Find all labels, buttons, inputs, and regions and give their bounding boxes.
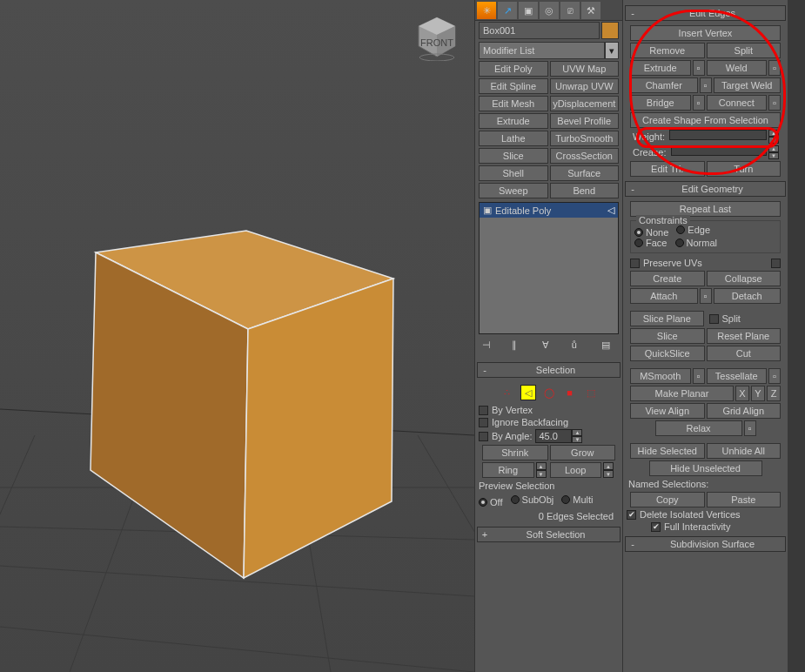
utilities-tab-icon[interactable]: ⚒ (581, 2, 600, 19)
loop-button[interactable]: Loop (550, 462, 602, 478)
mod-displacement[interactable]: yDisplacement (550, 96, 620, 111)
make-unique-icon[interactable]: ∀ (542, 339, 556, 353)
extrude-settings-icon[interactable]: ▫ (693, 60, 705, 76)
bridge-button[interactable]: Bridge (630, 95, 691, 111)
border-subobj-icon[interactable]: ◯ (541, 385, 557, 400)
planar-y-button[interactable]: Y (751, 386, 765, 401)
preserve-uvs-checkbox[interactable]: Preserve UVs (627, 256, 784, 270)
motion-tab-icon[interactable]: ◎ (540, 2, 559, 19)
edit-tri-button[interactable]: Edit Tri. (630, 161, 705, 177)
mod-unwrap-uvw[interactable]: Unwrap UVW (550, 78, 620, 94)
weight-slider[interactable] (669, 130, 767, 140)
constraint-none-radio[interactable]: None (634, 227, 668, 238)
attach-button[interactable]: Attach (630, 288, 698, 304)
turn-button[interactable]: Turn (707, 161, 782, 177)
split-checkbox[interactable]: Split (706, 311, 782, 326)
connect-settings-icon[interactable]: ▫ (768, 95, 781, 111)
hide-selected-button[interactable]: Hide Selected (630, 443, 705, 459)
split-button[interactable]: Split (707, 43, 782, 58)
preview-subobj-radio[interactable]: SubObj (511, 494, 554, 505)
constraint-edge-radio[interactable]: Edge (676, 225, 710, 235)
angle-spinner[interactable]: 45.0▲▼ (535, 429, 582, 443)
mod-crosssection[interactable]: CrossSection (550, 148, 620, 164)
mod-lathe[interactable]: Lathe (479, 131, 548, 146)
crease-spinner[interactable]: ▲▼ (768, 145, 781, 159)
configure-sets-icon[interactable]: ▤ (601, 339, 615, 353)
viewport[interactable]: FRONT (0, 0, 474, 672)
collapse-button[interactable]: Collapse (707, 271, 782, 286)
mod-turbosmooth[interactable]: TurboSmooth (550, 131, 620, 146)
delete-isolated-checkbox[interactable]: Delete Isolated Vertices (627, 508, 784, 521)
mod-edit-mesh[interactable]: Edit Mesh (479, 96, 548, 111)
relax-settings-icon[interactable]: ▫ (744, 420, 756, 436)
display-tab-icon[interactable]: ⎚ (560, 2, 580, 19)
insert-vertex-button[interactable]: Insert Vertex (630, 25, 781, 41)
mod-edit-spline[interactable]: Edit Spline (479, 78, 548, 94)
dropdown-arrow-icon[interactable]: ▾ (605, 42, 619, 59)
planar-z-button[interactable]: Z (767, 386, 781, 401)
full-interactivity-checkbox[interactable]: Full Interactivity (627, 521, 784, 533)
mod-edit-poly[interactable]: Edit Poly (479, 61, 548, 77)
object-name-field[interactable]: Box001 (479, 22, 600, 39)
loop-spinner[interactable]: ▲▼ (603, 462, 615, 478)
attach-list-icon[interactable]: ▫ (700, 288, 712, 304)
hide-unselected-button[interactable]: Hide Unselected (649, 460, 762, 476)
edge-subobj-icon[interactable]: ◁ (520, 385, 536, 400)
target-weld-button[interactable]: Target Weld (714, 77, 782, 93)
grid-align-button[interactable]: Grid Align (707, 403, 782, 419)
weight-spinner[interactable]: ▲▼ (768, 130, 781, 144)
show-end-result-icon[interactable]: ∥ (512, 339, 526, 353)
object-color-swatch[interactable] (601, 22, 619, 39)
mod-bend[interactable]: Bend (550, 183, 620, 198)
hierarchy-tab-icon[interactable]: ▣ (519, 2, 538, 19)
detach-button[interactable]: Detach (714, 288, 782, 304)
crease-slider[interactable] (671, 145, 767, 156)
weld-settings-icon[interactable]: ▫ (768, 60, 781, 76)
element-subobj-icon[interactable]: ⬚ (583, 385, 599, 400)
weld-button[interactable]: Weld (707, 60, 768, 76)
extrude-button[interactable]: Extrude (630, 60, 691, 76)
create-shape-button[interactable]: Create Shape From Selection (630, 112, 781, 128)
subdivision-rollout-head[interactable]: -Subdivision Surface (625, 536, 786, 552)
tessellate-settings-icon[interactable]: ▫ (768, 368, 781, 384)
relax-button[interactable]: Relax (655, 420, 742, 436)
preview-multi-radio[interactable]: Multi (561, 494, 593, 505)
mod-slice[interactable]: Slice (479, 148, 548, 164)
shrink-button[interactable]: Shrink (482, 445, 548, 460)
polygon-subobj-icon[interactable]: ■ (562, 385, 578, 400)
view-align-button[interactable]: View Align (630, 403, 705, 419)
cut-button[interactable]: Cut (707, 346, 782, 361)
constraint-face-radio[interactable]: Face (634, 238, 667, 248)
grow-button[interactable]: Grow (550, 445, 616, 460)
vertex-subobj-icon[interactable]: ∴ (500, 385, 515, 400)
create-button[interactable]: Create (630, 271, 705, 286)
create-tab-icon[interactable]: ✳ (477, 2, 496, 19)
modify-tab-icon[interactable]: ↗ (498, 2, 517, 19)
stack-editable-poly[interactable]: ▣ Editable Poly ◁ (480, 203, 618, 218)
msmooth-button[interactable]: MSmooth (630, 368, 691, 384)
remove-modifier-icon[interactable]: ů (572, 339, 586, 353)
edit-edges-rollout-head[interactable]: -Edit Edges (625, 5, 786, 21)
constraint-normal-radio[interactable]: Normal (675, 238, 717, 248)
unhide-all-button[interactable]: Unhide All (707, 443, 782, 459)
slice-plane-button[interactable]: Slice Plane (630, 311, 704, 326)
tessellate-button[interactable]: Tessellate (707, 368, 768, 384)
soft-selection-rollout-head[interactable]: + Soft Selection (477, 527, 621, 542)
selection-rollout-head[interactable]: - Selection (477, 362, 621, 378)
ignore-backfacing-checkbox[interactable]: Ignore Backfacing (479, 416, 619, 428)
ring-spinner[interactable]: ▲▼ (536, 462, 548, 478)
quickslice-button[interactable]: QuickSlice (630, 346, 705, 361)
expand-icon[interactable]: ▣ (483, 205, 492, 216)
modifier-stack[interactable]: ▣ Editable Poly ◁ (479, 202, 619, 334)
connect-button[interactable]: Connect (707, 95, 768, 111)
pin-stack-icon[interactable]: ⊣ (482, 339, 496, 353)
msmooth-settings-icon[interactable]: ▫ (693, 368, 705, 384)
preserve-uvs-settings-icon[interactable] (771, 259, 781, 268)
chamfer-button[interactable]: Chamfer (630, 77, 698, 93)
mod-uvw-map[interactable]: UVW Map (550, 61, 620, 77)
ring-button[interactable]: Ring (482, 462, 534, 478)
by-angle-checkbox[interactable]: By Angle: 45.0▲▼ (479, 428, 619, 444)
viewcube[interactable]: FRONT (413, 13, 461, 61)
mod-bevel-profile[interactable]: Bevel Profile (550, 113, 620, 129)
bridge-settings-icon[interactable]: ▫ (693, 95, 705, 111)
